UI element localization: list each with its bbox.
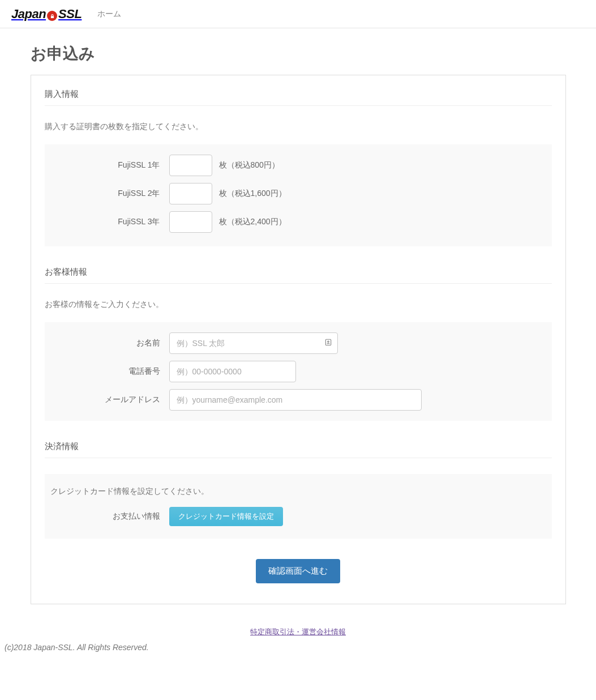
email-input[interactable] — [169, 389, 422, 411]
name-input[interactable] — [169, 332, 338, 354]
svg-rect-0 — [50, 16, 53, 18]
customer-form: お名前 電話番号 — [45, 322, 552, 421]
phone-row: 電話番号 — [45, 361, 552, 382]
purchase-items: FujiSSL 1年 枚（税込800円） FujiSSL 2年 枚（税込1,60… — [45, 144, 552, 246]
purchase-row: FujiSSL 3年 枚（税込2,400円） — [45, 211, 552, 233]
product-label: FujiSSL 1年 — [45, 160, 169, 170]
logo-text-japan: Japan — [11, 7, 46, 22]
lock-icon — [47, 11, 57, 21]
section-purchase: 購入情報 購入する証明書の枚数を指定してください。 FujiSSL 1年 枚（税… — [45, 89, 552, 246]
customer-desc: お客様の情報をご入力ください。 — [45, 300, 552, 310]
copyright: (c)2018 Japan-SSL. All Rights Reserved. — [0, 641, 596, 663]
quantity-input-1yr[interactable] — [169, 155, 212, 176]
phone-input[interactable] — [169, 361, 296, 382]
unit-price: 枚（税込1,600円） — [219, 189, 286, 199]
purchase-row: FujiSSL 2年 枚（税込1,600円） — [45, 183, 552, 204]
section-customer: お客様情報 お客様の情報をご入力ください。 お名前 — [45, 267, 552, 421]
phone-label: 電話番号 — [45, 366, 169, 377]
product-label: FujiSSL 2年 — [45, 189, 169, 199]
purchase-row: FujiSSL 1年 枚（税込800円） — [45, 155, 552, 176]
payment-label: お支払い情報 — [45, 511, 169, 522]
purchase-heading: 購入情報 — [45, 89, 552, 106]
unit-price: 枚（税込2,400円） — [219, 217, 286, 227]
nav-home-link[interactable]: ホーム — [97, 9, 121, 19]
name-label: お名前 — [45, 338, 169, 348]
customer-heading: お客様情報 — [45, 267, 552, 284]
law-info-link[interactable]: 特定商取引法・運営会社情報 — [250, 628, 346, 636]
logo[interactable]: Japan SSL — [11, 7, 82, 22]
unit-price: 枚（税込800円） — [219, 160, 280, 170]
payment-row: お支払い情報 クレジットカード情報を設定 — [45, 507, 552, 526]
purchase-desc: 購入する証明書の枚数を指定してください。 — [45, 122, 552, 132]
payment-heading: 決済情報 — [45, 441, 552, 458]
section-payment: 決済情報 クレジットカード情報を設定してください。 お支払い情報 クレジットカー… — [45, 441, 552, 539]
email-row: メールアドレス — [45, 389, 552, 411]
footer-links: 特定商取引法・運営会社情報 — [0, 627, 596, 637]
name-row: お名前 — [45, 332, 552, 354]
product-label: FujiSSL 3年 — [45, 217, 169, 227]
quantity-input-2yr[interactable] — [169, 183, 212, 204]
confirm-button[interactable]: 確認画面へ進む — [256, 559, 340, 583]
set-credit-card-button[interactable]: クレジットカード情報を設定 — [169, 507, 283, 526]
logo-text-ssl: SSL — [58, 7, 82, 22]
quantity-input-3yr[interactable] — [169, 211, 212, 233]
application-panel: 購入情報 購入する証明書の枚数を指定してください。 FujiSSL 1年 枚（税… — [31, 75, 566, 604]
navbar: Japan SSL ホーム — [0, 0, 596, 28]
submit-row: 確認画面へ進む — [45, 559, 552, 583]
payment-block: クレジットカード情報を設定してください。 お支払い情報 クレジットカード情報を設… — [45, 474, 552, 539]
page-title: お申込み — [31, 43, 566, 65]
email-label: メールアドレス — [45, 395, 169, 405]
payment-desc: クレジットカード情報を設定してください。 — [50, 486, 552, 497]
